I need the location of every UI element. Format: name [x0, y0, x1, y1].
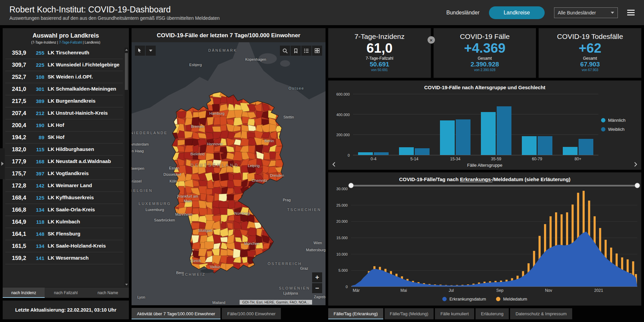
landkreis-panel: Auswahl pro Landkreis (7-Tage-Inzidenz |… — [3, 28, 129, 298]
map-label: Prag — [283, 198, 291, 202]
inzidenz-value: 177,9 — [5, 158, 26, 165]
right-tabs: Fälle/Tag (Erkrankung)Fälle/Tag (Meldung… — [328, 308, 641, 319]
map-tabs: Aktivität über 7 Tage/100.000 EinwohnerF… — [132, 308, 326, 319]
landkreis-row[interactable]: 159,2141LK Wesermarsch — [5, 252, 123, 264]
fallzahl-value: 212 — [30, 110, 44, 116]
tab-fälle-tag-meldung-[interactable]: Fälle/Tag (Meldung) — [385, 308, 434, 319]
map-label: Luxemburg — [146, 208, 164, 212]
time-plot — [351, 189, 637, 287]
landkreis-name: LK Schmalkalden-Meiningen — [48, 86, 123, 92]
menu-icon[interactable] — [627, 10, 635, 15]
scrollbar-thumb[interactable] — [125, 53, 128, 90]
scrollbar[interactable] — [125, 48, 128, 286]
landkreis-row[interactable]: 164,1148SK Flensburg — [5, 228, 123, 240]
map-label: Brüssel — [132, 179, 142, 183]
fallzahl-value: 89 — [30, 135, 44, 140]
tab-erläuterung[interactable]: Erläuterung — [476, 308, 509, 319]
landkreis-row[interactable]: 252,7108SK Weiden i.d.OPf. — [5, 71, 123, 83]
tab-nach-inzidenz[interactable]: nach Inzidenz — [3, 287, 45, 298]
tab-datenschutz-impressum[interactable]: Datenschutz & Impressum — [510, 308, 572, 319]
map-label: Antwerpen — [132, 166, 144, 170]
legend-item: Weiblich — [601, 127, 638, 132]
sidebar-subtitle: (7-Tage-Inzidenz | 7-Tage-Fallzahl | Lan… — [5, 41, 126, 44]
map-label: Kopenhagen — [245, 57, 266, 61]
fallzahl-value: 148 — [30, 231, 44, 237]
select-tool-icon[interactable] — [135, 46, 145, 56]
landkreis-row[interactable]: 241,0301LK Schmalkalden-Meiningen — [5, 83, 123, 95]
bar-weiblich — [415, 148, 430, 155]
map-label: Stuttgart — [198, 228, 212, 232]
map-area[interactable]: DÄNEMARKKopenhagenEsbjergOstseeHamburgSt… — [132, 42, 326, 305]
fallzahl-value: 190 — [30, 122, 44, 128]
nav-bundeslaender[interactable]: Bundesländer — [446, 10, 480, 16]
map-label: Lyon — [137, 295, 145, 299]
map-label: Amsterdam — [132, 142, 149, 146]
stat-title: 7-Tage-Inzidenz — [354, 33, 404, 41]
scroll-down-icon[interactable] — [125, 282, 128, 286]
landkreis-row[interactable]: 194,289SK Hof — [5, 131, 123, 144]
landkreis-row[interactable]: 168,4125LK Kyffhäuserkreis — [5, 192, 123, 204]
landkreis-row[interactable]: 177,9168LK Neustadt a.d.Waldnaab — [5, 156, 123, 168]
map-label: Bielefeld — [190, 152, 204, 156]
tab-fälle-tag-erkrankung-[interactable]: Fälle/Tag (Erkrankung) — [328, 308, 383, 319]
landkreis-row[interactable]: 161,5134LK Saale-Holzland-Kreis — [5, 240, 123, 252]
landkreis-name: LK Unstrut-Hainich-Kreis — [48, 110, 123, 116]
landkreis-name: SK Hof — [48, 134, 123, 141]
bundesland-filter-dropdown[interactable]: Alle Bundesländer — [554, 7, 618, 18]
bar-männlich — [358, 152, 373, 155]
landkreis-row[interactable]: 166,8134LK Saale-Orla-Kreis — [5, 204, 123, 216]
landkreis-name: LK Tirschenreuth — [48, 50, 123, 56]
close-icon[interactable]: × — [428, 36, 435, 44]
stat-value: 61,0 — [366, 41, 393, 55]
slider-handle-right[interactable] — [635, 183, 640, 188]
inzidenz-value: 172,8 — [5, 182, 26, 189]
legend-item: Meldedatum — [496, 297, 527, 302]
map-label: Zürich — [190, 259, 201, 263]
tab-fälle-100-000-einwohner[interactable]: Fälle/100.000 Einwohner — [222, 308, 281, 319]
landkreis-name: LK Neustadt a.d.Waldnaab — [48, 158, 123, 165]
landkreis-row[interactable]: 175,7397LK Vogtlandkreis — [5, 168, 123, 180]
tab-fälle-kumuliert[interactable]: Fälle kumuliert — [435, 308, 474, 319]
chevron-right-icon — [1, 162, 4, 166]
legend-list-icon[interactable] — [301, 46, 311, 56]
map-label: Essen — [169, 166, 180, 170]
landkreis-row[interactable]: 217,5389LK Burgenlandkreis — [5, 95, 123, 107]
dropdown-value: Alle Bundesländer — [558, 10, 596, 15]
prev-page-icon[interactable] — [332, 162, 336, 167]
fallzahl-value: 115 — [30, 147, 44, 152]
tab-aktivität-über-7-tage-100-000-einwohner[interactable]: Aktivität über 7 Tage/100.000 Einwohner — [132, 308, 220, 319]
zoom-out-button[interactable]: − — [312, 283, 322, 293]
landkreis-row[interactable]: 172,8142LK Weimarer Land — [5, 180, 123, 192]
tool-dropdown-icon[interactable] — [146, 46, 156, 56]
nav-landkreise[interactable]: Landkreise — [489, 6, 545, 19]
map-label: Graz — [300, 266, 308, 270]
time-range-slider[interactable] — [351, 185, 637, 186]
stat-sublabel: Gesamt — [478, 56, 492, 61]
bar-weiblich — [579, 139, 593, 155]
landkreis-row[interactable]: 353,9255LK Tirschenreuth — [5, 47, 123, 59]
basemap-grid-icon[interactable] — [312, 46, 322, 56]
bar-weiblich — [497, 106, 511, 155]
map-label: Leipzig — [248, 164, 260, 168]
time-y-axis: 05.00010.00015.00020.00025.00030.000 — [332, 189, 351, 287]
bookmark-icon[interactable] — [291, 46, 301, 56]
landkreis-row[interactable]: 164,9118LK Kulmbach — [5, 216, 123, 228]
search-icon[interactable] — [280, 46, 290, 56]
landkreis-row[interactable]: 309,7225LK Wunsiedel i.Fichtelgebirge — [5, 59, 123, 71]
inzidenz-value: 241,0 — [5, 86, 26, 93]
landkreis-row[interactable]: 200,4190LK Hof — [5, 119, 123, 131]
map-label: Vaduz — [210, 265, 220, 269]
map-label: Zagreb — [314, 295, 326, 299]
map-label: Frankfurt am Main — [175, 194, 201, 203]
map-label: Ljubljana — [283, 291, 298, 295]
tab-nach-fallzahl[interactable]: nach Fallzahl — [45, 287, 87, 298]
scroll-up-icon[interactable] — [125, 48, 128, 52]
legend-dot — [496, 297, 500, 301]
tab-nach-name[interactable]: nach Name — [87, 287, 129, 298]
zoom-in-button[interactable]: + — [312, 272, 322, 282]
sidebar-collapse-handle[interactable] — [0, 148, 5, 179]
next-page-icon[interactable] — [633, 162, 638, 167]
landkreis-row[interactable]: 207,4212LK Unstrut-Hainich-Kreis — [5, 107, 123, 119]
landkreis-row[interactable]: 182,0115LK Hildburghausen — [5, 144, 123, 156]
slider-handle-left[interactable] — [348, 183, 354, 188]
